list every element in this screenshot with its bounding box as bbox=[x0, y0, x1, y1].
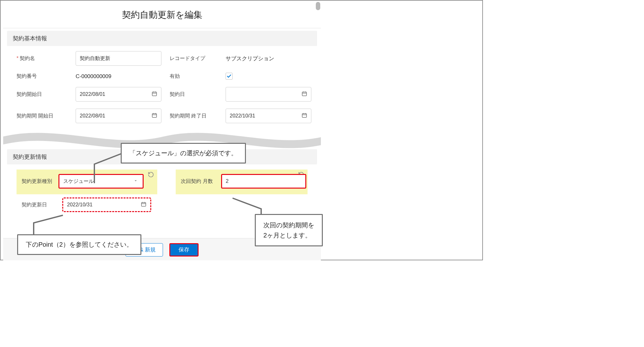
label-active: 有効 bbox=[170, 73, 217, 80]
input-contract-name[interactable]: 契約自動更新 bbox=[76, 51, 161, 66]
label-start-date: 契約開始日 bbox=[17, 91, 67, 98]
input-period-end-value: 2022/10/31 bbox=[230, 113, 255, 119]
callout-see-point2: 下のPoint（2）を参照してください。 bbox=[17, 234, 141, 255]
svg-rect-4 bbox=[302, 92, 307, 96]
callout-schedule-required: 「スケジュール」の選択が必須です。 bbox=[121, 143, 246, 163]
callout-next-period-line1: 次回の契約期間を bbox=[263, 220, 314, 230]
label-contract-number: 契約番号 bbox=[17, 73, 67, 80]
input-contract-date[interactable] bbox=[226, 87, 311, 102]
modal-title: 契約自動更新を編集 bbox=[3, 1, 321, 28]
label-period-end: 契約期間 終了日 bbox=[170, 113, 217, 119]
label-period-start: 契約期間 開始日 bbox=[17, 113, 67, 119]
label-renew-type: 契約更新種別 bbox=[17, 178, 57, 185]
value-record-type: サブスクリプション bbox=[226, 55, 311, 62]
input-next-months-value: 2 bbox=[226, 178, 229, 184]
input-renew-date[interactable]: 2022/10/31 bbox=[62, 197, 151, 212]
calendar-icon bbox=[152, 112, 157, 119]
input-contract-name-value: 契約自動更新 bbox=[80, 55, 110, 62]
scrollbar-thumb[interactable] bbox=[316, 2, 320, 10]
section-header-basic: 契約基本情報 bbox=[7, 31, 317, 46]
value-contract-number: C-0000000009 bbox=[76, 73, 161, 80]
svg-rect-0 bbox=[152, 92, 157, 96]
chevron-down-icon bbox=[133, 178, 138, 184]
input-period-end[interactable]: 2022/10/31 bbox=[226, 109, 311, 123]
divider bbox=[3, 28, 321, 28]
svg-rect-16 bbox=[141, 203, 146, 206]
calendar-icon bbox=[152, 91, 157, 98]
highlight-next-months: 次回契約 月数 2 bbox=[176, 170, 308, 194]
input-start-date-value: 2022/08/01 bbox=[80, 91, 105, 97]
calendar-icon bbox=[141, 201, 146, 208]
calendar-icon bbox=[302, 112, 307, 119]
label-renew-date: 契約更新日 bbox=[17, 202, 62, 208]
input-renew-date-value: 2022/10/31 bbox=[67, 202, 92, 208]
svg-rect-12 bbox=[302, 114, 307, 117]
basic-info-grid: 契約名 契約自動更新 レコードタイプ サブスクリプション 契約番号 C-0000… bbox=[3, 51, 321, 128]
label-contract-date: 契約日 bbox=[170, 91, 217, 98]
callout-next-period: 次回の契約期間を 2ヶ月とします。 bbox=[255, 214, 323, 246]
select-renew-type-value: スケジュール bbox=[63, 178, 94, 185]
label-next-months: 次回契約 月数 bbox=[176, 178, 220, 185]
undo-icon[interactable] bbox=[148, 171, 154, 179]
checkbox-active[interactable] bbox=[226, 73, 233, 80]
input-period-start-value: 2022/08/01 bbox=[80, 113, 105, 119]
input-start-date[interactable]: 2022/08/01 bbox=[76, 87, 161, 102]
input-period-start[interactable]: 2022/08/01 bbox=[76, 109, 161, 123]
save-label: 保存 bbox=[179, 246, 189, 253]
callout-see-point2-text: 下のPoint（2）を参照してください。 bbox=[26, 241, 133, 248]
save-button[interactable]: 保存 bbox=[169, 243, 199, 257]
input-next-months[interactable]: 2 bbox=[221, 174, 306, 189]
label-record-type: レコードタイプ bbox=[170, 55, 217, 62]
callout-schedule-required-text: 「スケジュール」の選択が必須です。 bbox=[129, 150, 237, 157]
label-contract-name: 契約名 bbox=[17, 55, 67, 62]
callout-next-period-line2: 2ヶ月とします。 bbox=[263, 230, 314, 240]
calendar-icon bbox=[302, 91, 307, 98]
highlight-renew-type: 契約更新種別 スケジュール bbox=[17, 170, 157, 194]
check-icon bbox=[227, 74, 232, 79]
svg-rect-8 bbox=[152, 114, 157, 117]
